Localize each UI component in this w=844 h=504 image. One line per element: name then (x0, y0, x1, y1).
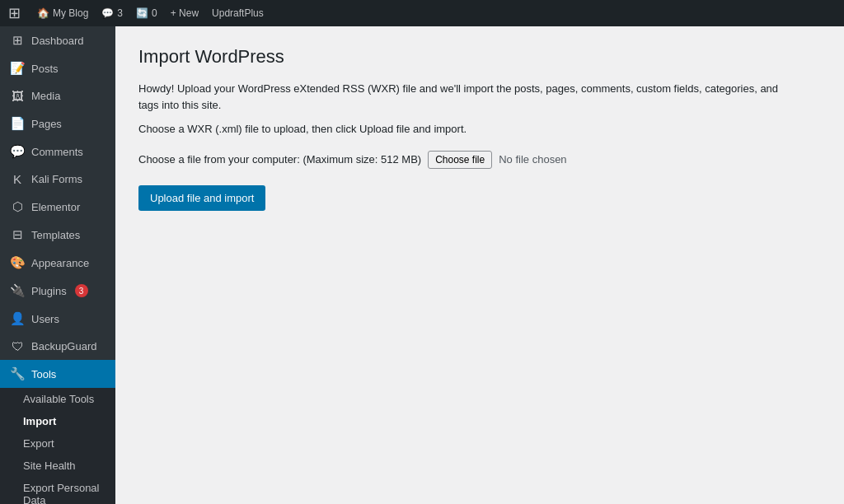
upload-import-button[interactable]: Upload file and import (138, 185, 265, 211)
plugins-badge: 3 (75, 284, 88, 297)
choose-file-button[interactable]: Choose file (428, 151, 492, 169)
sidebar-label-media: Media (31, 90, 60, 102)
sidebar-label-backupguard: BackupGuard (31, 340, 97, 352)
submenu-item-export-personal-data[interactable]: Export Personal Data (0, 477, 115, 504)
new-content-label: + New (171, 7, 199, 19)
sidebar-item-posts[interactable]: 📝Posts (0, 54, 115, 82)
sidebar-label-tools: Tools (31, 368, 56, 380)
revisions-icon: 🔄 (136, 7, 148, 19)
submenu-item-available-tools[interactable]: Available Tools (0, 388, 115, 410)
revisions-item[interactable]: 🔄 0 (136, 7, 157, 19)
submenu-item-export[interactable]: Export (0, 432, 115, 455)
kali-forms-icon: K (10, 172, 25, 186)
sidebar-label-elementor: Elementor (31, 201, 80, 213)
page-title: Import WordPress (138, 46, 821, 68)
sidebar-label-dashboard: Dashboard (31, 35, 84, 47)
comments-item[interactable]: 💬 3 (101, 7, 123, 19)
sidebar-label-posts: Posts (31, 63, 59, 75)
media-icon: 🖼 (10, 89, 25, 103)
updraftplus-item[interactable]: UpdraftPlus (212, 7, 264, 19)
new-content-item[interactable]: + New (171, 7, 199, 19)
elementor-icon: ⬡ (10, 199, 25, 214)
wp-logo-icon: ⊞ (8, 4, 21, 22)
tools-icon: 🔧 (10, 366, 25, 381)
comments-icon: 💬 (10, 144, 25, 159)
sidebar-label-users: Users (31, 313, 59, 325)
sidebar-item-pages[interactable]: 📄Pages (0, 110, 115, 138)
sidebar-item-appearance[interactable]: 🎨Appearance (0, 249, 115, 277)
sidebar-item-plugins[interactable]: 🔌Plugins3 (0, 277, 115, 305)
description-1: Howdy! Upload your WordPress eXtended RS… (138, 81, 781, 113)
updraftplus-label: UpdraftPlus (212, 7, 264, 19)
sidebar-item-media[interactable]: 🖼Media (0, 82, 115, 110)
sidebar-label-comments: Comments (31, 146, 83, 158)
comments-icon: 💬 (101, 7, 114, 19)
sidebar-label-pages: Pages (31, 118, 62, 130)
submenu-item-site-health[interactable]: Site Health (0, 455, 115, 477)
sidebar-item-tools[interactable]: 🔧Tools (0, 360, 115, 388)
sidebar-item-comments[interactable]: 💬Comments (0, 138, 115, 166)
sidebar-label-plugins: Plugins (31, 285, 67, 297)
comments-count: 3 (117, 7, 123, 19)
wp-logo-item[interactable]: ⊞ (8, 4, 24, 22)
no-file-text: No file chosen (499, 153, 566, 166)
sidebar-item-kali-forms[interactable]: KKali Forms (0, 166, 115, 193)
posts-icon: 📝 (10, 61, 25, 76)
pages-icon: 📄 (10, 116, 25, 131)
users-icon: 👤 (10, 311, 25, 326)
sidebar-item-users[interactable]: 👤Users (0, 305, 115, 333)
backupguard-icon: 🛡 (10, 339, 25, 353)
dashboard-icon: ⊞ (10, 33, 25, 48)
sidebar: ⊞Dashboard📝Posts🖼Media📄Pages💬CommentsKKa… (0, 26, 115, 504)
sidebar-item-elementor[interactable]: ⬡Elementor (0, 193, 115, 221)
sidebar-item-dashboard[interactable]: ⊞Dashboard (0, 26, 115, 54)
description-2: Choose a WXR (.xml) file to upload, then… (138, 121, 781, 138)
sidebar-label-appearance: Appearance (31, 257, 89, 269)
appearance-icon: 🎨 (10, 255, 25, 270)
file-label: Choose a file from your computer: (Maxim… (138, 153, 421, 166)
site-home-icon: 🏠 (37, 7, 49, 19)
sidebar-item-templates[interactable]: ⊟Templates (0, 221, 115, 249)
plugins-icon: 🔌 (10, 283, 25, 298)
templates-icon: ⊟ (10, 227, 25, 242)
submenu-item-import[interactable]: Import (0, 410, 115, 432)
main-content: Import WordPress Howdy! Upload your Word… (115, 26, 844, 504)
sidebar-label-templates: Templates (31, 229, 80, 241)
revisions-count: 0 (152, 7, 157, 19)
site-name-item[interactable]: 🏠 My Blog (37, 7, 88, 19)
file-upload-row: Choose a file from your computer: (Maxim… (138, 151, 821, 169)
sidebar-label-kali-forms: Kali Forms (31, 173, 82, 185)
sidebar-item-backupguard[interactable]: 🛡BackupGuard (0, 333, 115, 360)
site-name-label: My Blog (53, 7, 88, 19)
